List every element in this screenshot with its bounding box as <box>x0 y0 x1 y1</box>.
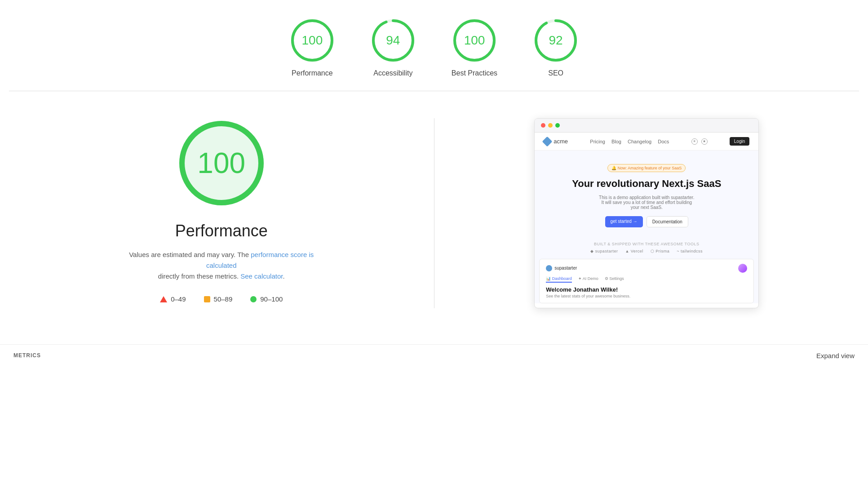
legend-mid: 50–89 <box>204 295 233 303</box>
left-panel: 100 Performance Values are estimated and… <box>36 118 407 303</box>
dash-header: supastarter <box>546 264 747 273</box>
built-with-section: BUILT & SHIPPED WITH THESE AWESOME TOOLS… <box>535 236 758 259</box>
performance-title: Performance <box>175 222 268 240</box>
expand-view-button[interactable]: Expand view <box>816 352 855 359</box>
hero-subtitle: This is a demo application built with su… <box>597 195 696 210</box>
login-button[interactable]: Login <box>730 137 749 146</box>
prisma-icon: ⬡ <box>651 249 655 253</box>
best-practices-label: Best Practices <box>452 69 497 77</box>
browser-toolbar <box>535 119 758 133</box>
accessibility-score: 94 <box>386 33 400 48</box>
github-icon: ★ <box>701 138 708 145</box>
site-logo: acme <box>544 138 568 145</box>
nav-changelog: Changelog <box>628 139 651 144</box>
score-accessibility: 94 Accessibility <box>371 18 416 77</box>
legend-high: 90–100 <box>250 295 283 303</box>
browser-mockup: acme Pricing Blog Changelog Docs ☀ ★ Log… <box>534 118 759 308</box>
legend-low-label: 0–49 <box>171 295 186 303</box>
dash-logo: supastarter <box>546 265 577 271</box>
high-icon <box>250 296 257 302</box>
site-dashboard: supastarter 📊 Dashboard ✦ AI Demo ⚙ Sett… <box>539 259 754 303</box>
score-best-practices: 100 Best Practices <box>452 18 497 77</box>
dash-welcome: Welcome Jonathan Wilke! <box>546 286 747 293</box>
hero-badge: 🔔 Now: Amazing feature of your SaaS <box>607 164 686 172</box>
description-line1: Values are estimated and may vary. The <box>129 251 249 258</box>
score-legend: 0–49 50–89 90–100 <box>160 295 283 303</box>
nav-blog: Blog <box>611 139 621 144</box>
big-score-circle: 100 <box>177 118 266 208</box>
supastarter-icon: ◆ <box>590 249 594 253</box>
score-performance: 100 Performance <box>290 18 335 77</box>
dash-avatar <box>738 264 747 273</box>
hero-title: Your revolutionary Next.js SaaS <box>572 177 721 191</box>
cta-secondary-button[interactable]: Documentation <box>647 216 688 227</box>
accessibility-label: Accessibility <box>373 69 412 77</box>
seo-circle: 92 <box>533 18 578 63</box>
vercel-icon: ▲ <box>625 249 629 253</box>
site-header: acme Pricing Blog Changelog Docs ☀ ★ Log… <box>535 133 758 151</box>
metrics-label: METRICS <box>13 352 41 359</box>
browser-dot-minimize <box>548 123 553 128</box>
tool-vercel: ▲ Vercel <box>625 249 643 253</box>
logo-text: acme <box>554 138 568 145</box>
dash-tab-dashboard[interactable]: 📊 Dashboard <box>546 276 572 283</box>
period: . <box>283 272 284 280</box>
legend-mid-label: 50–89 <box>214 295 233 303</box>
seo-score: 92 <box>549 33 563 48</box>
bottom-bar: METRICS Expand view <box>0 344 868 367</box>
accessibility-circle: 94 <box>371 18 416 63</box>
description: Values are estimated and may vary. The p… <box>114 249 329 282</box>
nav-docs: Docs <box>658 139 669 144</box>
big-score-value: 100 <box>197 146 245 180</box>
theme-toggle-icon: ☀ <box>691 138 698 145</box>
tool-logos: ◆ supastarter ▲ Vercel ⬡ Prisma ~ <box>544 249 749 253</box>
performance-circle: 100 <box>290 18 335 63</box>
calculator-link[interactable]: See calculator <box>240 272 283 280</box>
legend-low: 0–49 <box>160 295 186 303</box>
dash-tab-settings[interactable]: ⚙ Settings <box>605 276 624 283</box>
tool-tailwind: ~ tailwindcss <box>677 249 703 253</box>
main-content: 100 Performance Values are estimated and… <box>0 91 868 335</box>
tool-prisma: ⬡ Prisma <box>651 249 670 253</box>
performance-label: Performance <box>292 69 333 77</box>
best-practices-score: 100 <box>464 33 485 48</box>
best-practices-circle: 100 <box>452 18 497 63</box>
browser-content: acme Pricing Blog Changelog Docs ☀ ★ Log… <box>535 133 758 303</box>
hero-buttons: get started → Documentation <box>605 216 688 227</box>
dash-sub: See the latest stats of your awesome bus… <box>546 294 747 298</box>
dash-tab-ai[interactable]: ✦ AI Demo <box>578 276 598 283</box>
seo-label: SEO <box>548 69 563 77</box>
tool-supastarter: ◆ supastarter <box>590 249 618 253</box>
vertical-divider <box>434 118 434 308</box>
browser-dot-close <box>541 123 545 128</box>
tailwind-icon: ~ <box>677 249 679 253</box>
top-scores-row: 100 Performance 94 Accessibility 100 Bes… <box>0 0 868 91</box>
performance-score: 100 <box>302 33 323 48</box>
low-icon <box>160 296 167 302</box>
logo-diamond-icon <box>542 136 553 146</box>
built-with-label: BUILT & SHIPPED WITH THESE AWESOME TOOLS <box>544 242 749 246</box>
right-panel: acme Pricing Blog Changelog Docs ☀ ★ Log… <box>461 118 833 308</box>
site-nav: Pricing Blog Changelog Docs <box>590 139 669 144</box>
mid-icon <box>204 296 210 302</box>
browser-dot-maximize <box>555 123 560 128</box>
dash-logo-text: supastarter <box>554 266 577 271</box>
score-seo: 92 SEO <box>533 18 578 77</box>
dash-tabs: 📊 Dashboard ✦ AI Demo ⚙ Settings <box>546 276 747 283</box>
description-line2: directly from these metrics. <box>158 272 239 280</box>
dash-logo-icon <box>546 265 552 271</box>
nav-pricing: Pricing <box>590 139 605 144</box>
site-hero: 🔔 Now: Amazing feature of your SaaS Your… <box>535 151 758 236</box>
nav-icons: ☀ ★ <box>691 138 708 145</box>
legend-high-label: 90–100 <box>260 295 283 303</box>
cta-primary-button[interactable]: get started → <box>605 216 643 227</box>
